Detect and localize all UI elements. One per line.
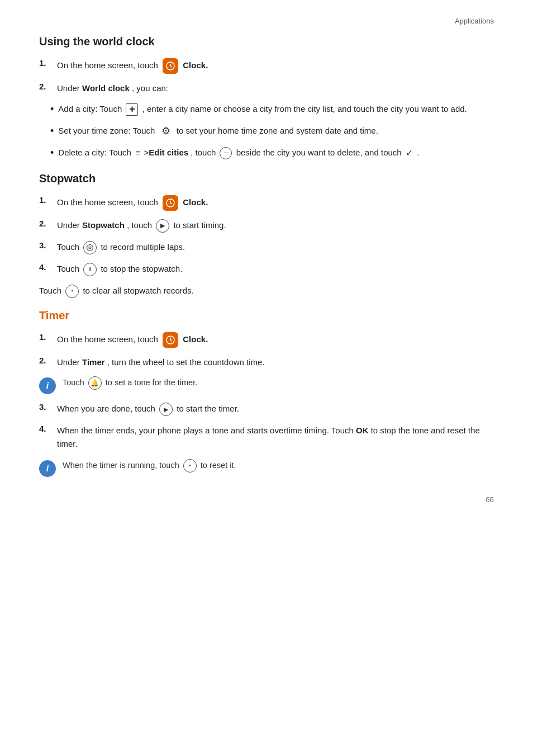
- world-clock-bold: World clock: [82, 83, 130, 93]
- stopwatch-step-4: 4. Touch ⏸ to stop the stopwatch.: [39, 262, 494, 276]
- world-clock-step-2: 2. Under World clock , you can:: [39, 82, 494, 94]
- timer-step-4: 4. When the timer ends, your phone plays…: [39, 424, 494, 450]
- applications-label: Applications: [455, 17, 494, 25]
- clock-label-timer-1: Clock.: [183, 334, 208, 344]
- timer-step-num-1: 1.: [39, 332, 55, 342]
- sw-step-2-content: Under Stopwatch , touch ▶ to start timin…: [57, 219, 494, 233]
- timer-step-4-content: When the timer ends, your phone plays a …: [57, 424, 494, 450]
- timer-section: Timer 1. On the home screen, touch Clock…: [39, 309, 494, 477]
- step-2-content: Under World clock , you can:: [57, 82, 494, 94]
- info-icon-1: i: [39, 377, 56, 394]
- stopwatch-step-2: 2. Under Stopwatch , touch ▶ to start ti…: [39, 219, 494, 233]
- timer-step-num-3: 3.: [39, 402, 55, 412]
- timer-title: Timer: [39, 309, 494, 322]
- timer-info-note-2: i When the timer is running, touch ▪ to …: [39, 459, 494, 477]
- stopwatch-title: Stopwatch: [39, 172, 494, 185]
- bullet-add-city-text: Add a city: Touch + , enter a city name …: [58, 102, 494, 116]
- page-header: Applications: [39, 17, 494, 25]
- square-circle-icon-2: ▪: [183, 459, 197, 472]
- timer-step-num-4: 4.: [39, 424, 55, 433]
- page-number: 66: [486, 495, 494, 504]
- clock-icon-2: [163, 195, 178, 211]
- page: Applications Using the world clock 1. On…: [0, 0, 533, 521]
- info-note-1-text: Touch 🔔 to set a tone for the timer.: [63, 376, 197, 390]
- bullet-timezone-text: Set your time zone: Touch ⚙ to set your …: [58, 124, 494, 138]
- bullet-timezone: • Set your time zone: Touch ⚙ to set you…: [50, 124, 494, 139]
- world-clock-section: Using the world clock 1. On the home scr…: [39, 35, 494, 161]
- stopwatch-step-1: 1. On the home screen, touch Clock.: [39, 195, 494, 211]
- menu-icon: ≡: [135, 147, 140, 159]
- svg-point-6: [87, 244, 93, 251]
- bullet-add-city: • Add a city: Touch + , enter a city nam…: [50, 102, 494, 117]
- play-circle-icon-1: ▶: [156, 219, 169, 233]
- play-circle-icon-2: ▶: [159, 403, 173, 416]
- stopwatch-clear-note: Touch ▪ to clear all stopwatch records.: [39, 284, 494, 298]
- sw-step-num-4: 4.: [39, 262, 55, 272]
- info-icon-2: i: [39, 460, 56, 477]
- minus-circle-icon: −: [220, 147, 232, 159]
- svg-line-10: [170, 340, 172, 341]
- svg-point-7: [89, 247, 91, 249]
- world-clock-title: Using the world clock: [39, 35, 494, 48]
- lap-icon: [83, 241, 97, 254]
- bell-circle-icon: 🔔: [88, 376, 102, 390]
- check-icon: ✓: [406, 147, 413, 160]
- timer-step-num-2: 2.: [39, 356, 55, 365]
- ok-bold: OK: [356, 426, 369, 435]
- sw-step-num-2: 2.: [39, 219, 55, 228]
- timer-step-2-content: Under Timer , turn the wheel to set the …: [57, 356, 494, 368]
- sw-step-1-content: On the home screen, touch Clock.: [57, 195, 494, 211]
- clock-label-sw-1: Clock.: [183, 197, 208, 207]
- step-num-2: 2.: [39, 82, 55, 91]
- world-clock-step-1: 1. On the home screen, touch Clock.: [39, 58, 494, 74]
- timer-step-1-content: On the home screen, touch Clock.: [57, 332, 494, 348]
- settings-icon: ⚙: [159, 125, 173, 138]
- sw-step-num-3: 3.: [39, 240, 55, 250]
- clock-icon-1: [163, 58, 178, 74]
- sw-step-num-1: 1.: [39, 195, 55, 205]
- svg-line-2: [170, 66, 172, 67]
- clear-note-content: Touch ▪ to clear all stopwatch records.: [39, 284, 494, 298]
- info-note-2-text: When the timer is running, touch ▪ to re…: [63, 459, 236, 472]
- stopwatch-section: Stopwatch 1. On the home screen, touch C…: [39, 172, 494, 298]
- timer-step-3-content: When you are done, touch ▶ to start the …: [57, 402, 494, 416]
- step-1-content: On the home screen, touch Clock.: [57, 58, 494, 74]
- bullet-delete-city-text: Delete a city: Touch ≡ >Edit cities , to…: [58, 146, 494, 160]
- sw-step-4-content: Touch ⏸ to stop the stopwatch.: [57, 262, 494, 276]
- timer-info-note-1: i Touch 🔔 to set a tone for the timer.: [39, 376, 494, 394]
- timer-step-3: 3. When you are done, touch ▶ to start t…: [39, 402, 494, 416]
- timer-step-1: 1. On the home screen, touch Clock.: [39, 332, 494, 348]
- stopwatch-bold: Stopwatch: [82, 220, 125, 230]
- stopwatch-step-3: 3. Touch to record multiple laps.: [39, 240, 494, 254]
- square-circle-icon-1: ▪: [65, 285, 79, 298]
- world-clock-bullets: • Add a city: Touch + , enter a city nam…: [50, 102, 494, 161]
- timer-step-2: 2. Under Timer , turn the wheel to set t…: [39, 356, 494, 368]
- edit-cities-bold: Edit cities: [149, 148, 188, 157]
- svg-line-5: [170, 203, 172, 204]
- timer-bold: Timer: [82, 357, 105, 367]
- plus-icon: +: [126, 103, 138, 116]
- bullet-delete-city: • Delete a city: Touch ≡ >Edit cities , …: [50, 146, 494, 161]
- clock-icon-3: [163, 332, 178, 348]
- sw-step-3-content: Touch to record multiple laps.: [57, 240, 494, 254]
- pause-circle-icon: ⏸: [83, 263, 97, 276]
- step-num-1: 1.: [39, 58, 55, 68]
- clock-label-1: Clock.: [183, 60, 208, 70]
